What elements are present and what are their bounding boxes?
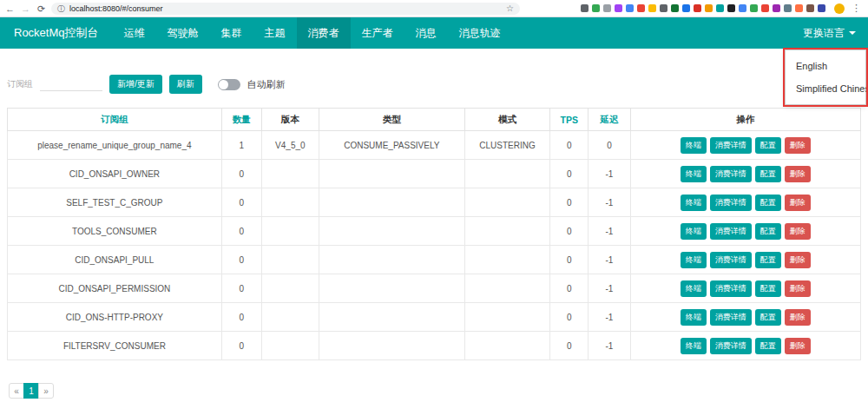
column-header[interactable]: TPS (550, 109, 589, 131)
cell-type (319, 274, 464, 303)
extension-icon[interactable] (581, 4, 589, 12)
cell-version (261, 188, 319, 217)
config-button[interactable]: 配置 (755, 338, 781, 354)
consume-detail-button[interactable]: 消费详情 (710, 166, 752, 182)
cell-tps: 0 (550, 274, 589, 303)
delete-button[interactable]: 删除 (785, 223, 811, 240)
extension-icon[interactable] (705, 4, 713, 12)
language-option-simplified-chinese[interactable]: Simplified Chinese (786, 77, 865, 100)
language-option-english[interactable]: English (786, 55, 865, 77)
pagination-page-1[interactable]: 1 (23, 383, 39, 399)
nav-item-ops[interactable]: 运维 (113, 17, 156, 49)
extension-icon[interactable] (660, 4, 667, 12)
consume-detail-button[interactable]: 消费详情 (710, 195, 752, 211)
extension-icon[interactable] (727, 4, 735, 12)
nav-item-topic[interactable]: 主题 (253, 17, 297, 49)
nav-item-cluster[interactable]: 集群 (210, 17, 253, 49)
extension-icon[interactable] (761, 4, 769, 12)
cell-actions: 终端消费详情配置删除 (630, 160, 860, 188)
column-header[interactable]: 订阅组 (8, 109, 222, 131)
extension-icon[interactable] (806, 4, 814, 12)
table-row: CID_ONSAPI_PULL00-1终端消费详情配置删除 (8, 246, 861, 274)
delete-button[interactable]: 删除 (785, 309, 811, 326)
nav-item-dashboard[interactable]: 驾驶舱 (156, 17, 210, 49)
consume-detail-button[interactable]: 消费详情 (710, 309, 752, 326)
config-button[interactable]: 配置 (755, 223, 781, 240)
nav-item-producer[interactable]: 生产者 (351, 17, 404, 49)
delete-button[interactable]: 删除 (785, 195, 811, 211)
client-button[interactable]: 终端 (681, 280, 707, 297)
table-row: CID_ONSAPI_PERMISSION00-1终端消费详情配置删除 (8, 274, 861, 303)
config-button[interactable]: 配置 (755, 280, 781, 297)
profile-avatar[interactable] (834, 3, 845, 14)
column-header[interactable]: 延迟 (589, 109, 630, 131)
auto-refresh-toggle[interactable] (218, 79, 240, 90)
consume-detail-button[interactable]: 消费详情 (710, 223, 752, 240)
consume-detail-button[interactable]: 消费详情 (710, 280, 752, 297)
consume-detail-button[interactable]: 消费详情 (710, 338, 752, 354)
extension-icon[interactable] (615, 4, 622, 12)
column-header[interactable]: 数量 (221, 109, 261, 131)
subscription-group-input[interactable] (40, 78, 102, 91)
language-menu-trigger[interactable]: 更换语言 (791, 17, 868, 49)
column-header: 版本 (261, 109, 319, 131)
client-button[interactable]: 终端 (681, 137, 707, 154)
extension-icon[interactable] (716, 4, 724, 12)
language-menu-label: 更换语言 (803, 26, 845, 41)
app-brand[interactable]: RocketMq控制台 (0, 17, 113, 49)
extension-icon[interactable] (750, 4, 758, 12)
extension-icon[interactable] (682, 4, 690, 12)
pagination-next[interactable]: » (38, 383, 54, 399)
cell-tps: 0 (550, 160, 589, 188)
table-row: SELF_TEST_C_GROUP00-1终端消费详情配置删除 (8, 188, 861, 217)
consume-detail-button[interactable]: 消费详情 (710, 252, 752, 268)
extension-icon[interactable] (671, 4, 679, 12)
browser-menu-icon[interactable]: ⋮ (852, 3, 861, 14)
extension-icon[interactable] (784, 4, 792, 12)
config-button[interactable]: 配置 (755, 195, 781, 211)
delete-button[interactable]: 删除 (785, 252, 811, 268)
cell-delay: -1 (589, 332, 630, 360)
add-update-button[interactable]: 新增/更新 (109, 75, 162, 94)
delete-button[interactable]: 删除 (785, 166, 811, 182)
client-button[interactable]: 终端 (681, 166, 707, 182)
extension-icon[interactable] (694, 4, 701, 12)
extension-icon[interactable] (603, 4, 611, 12)
extension-icon[interactable] (773, 4, 780, 12)
back-icon[interactable]: ← (4, 1, 16, 16)
config-button[interactable]: 配置 (755, 137, 781, 154)
extension-icon[interactable] (592, 4, 600, 12)
pagination-prev[interactable]: « (9, 383, 24, 399)
config-button[interactable]: 配置 (755, 252, 781, 268)
nav-item-message[interactable]: 消息 (404, 17, 448, 49)
nav-item-consumer[interactable]: 消费者 (297, 17, 351, 49)
bookmark-star-icon[interactable]: ☆ (506, 3, 514, 13)
extension-icon[interactable] (637, 4, 645, 12)
nav-item-message-trace[interactable]: 消息轨迹 (448, 17, 512, 49)
delete-button[interactable]: 删除 (785, 280, 811, 297)
refresh-icon[interactable]: ⟳ (36, 1, 47, 16)
language-dropdown: EnglishSimplified Chinese (785, 49, 866, 105)
config-button[interactable]: 配置 (755, 309, 781, 326)
delete-button[interactable]: 删除 (785, 338, 811, 354)
client-button[interactable]: 终端 (681, 252, 707, 268)
table-header-row: 订阅组数量版本类型模式TPS延迟操作 (8, 109, 861, 131)
consume-detail-button[interactable]: 消费详情 (710, 137, 752, 154)
forward-icon[interactable]: → (20, 1, 31, 16)
address-bar[interactable]: ⓘ localhost:8080/#/consumer ☆ (51, 3, 520, 15)
client-button[interactable]: 终端 (681, 223, 707, 240)
client-button[interactable]: 终端 (681, 338, 707, 354)
extension-icon[interactable] (626, 4, 634, 12)
extension-icon[interactable] (818, 4, 825, 12)
cell-group: TOOLS_CONSUMER (8, 217, 222, 246)
client-button[interactable]: 终端 (681, 309, 707, 326)
table-row: FILTERSRV_CONSUMER00-1终端消费详情配置删除 (8, 332, 861, 360)
refresh-button[interactable]: 刷新 (169, 75, 202, 94)
extension-icon[interactable] (648, 4, 656, 12)
client-button[interactable]: 终端 (681, 195, 707, 211)
site-info-icon[interactable]: ⓘ (57, 3, 65, 15)
extension-icon[interactable] (795, 4, 803, 12)
delete-button[interactable]: 删除 (785, 137, 811, 154)
config-button[interactable]: 配置 (755, 166, 781, 182)
extension-icon[interactable] (739, 4, 746, 12)
